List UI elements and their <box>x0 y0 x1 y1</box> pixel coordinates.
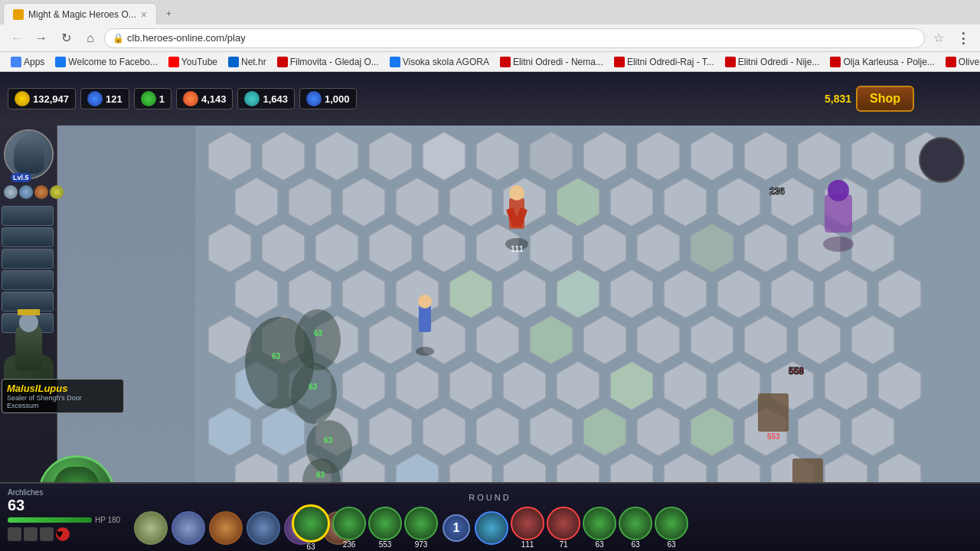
bookmark-olja[interactable]: Olja Karleusa - Polje... <box>825 55 939 69</box>
svg-marker-28 <box>208 223 251 272</box>
svg-marker-48 <box>610 269 653 318</box>
youtube-icon <box>168 57 179 67</box>
home-button[interactable]: ⌂ <box>80 28 101 49</box>
round-unit-8[interactable]: 63 <box>619 507 652 549</box>
round-unit-5[interactable]: 111 <box>511 507 544 549</box>
round-portrait-1[interactable] <box>332 507 366 540</box>
hero-riding-character <box>0 309 57 447</box>
round-unit-9[interactable]: 63 <box>655 507 688 549</box>
round-unit-count-0: 63 <box>306 543 315 551</box>
svg-marker-7 <box>530 132 573 181</box>
resource-1: 1 <box>134 88 172 109</box>
resource3-icon <box>244 91 260 106</box>
round-unit-2[interactable]: 553 <box>368 507 402 549</box>
round-portrait-active[interactable] <box>292 504 330 543</box>
elitni1-label: Elitni Odredi - Nema... <box>513 57 603 67</box>
bookmark-nethr[interactable]: Net.hr <box>224 55 271 69</box>
svg-marker-60 <box>530 315 573 364</box>
elitni2-label: Elitni Odredi-Raj - T... <box>627 57 714 67</box>
bookmark-elitni3[interactable]: Elitni Odredi - Nije... <box>720 55 825 69</box>
svg-marker-80 <box>208 407 251 456</box>
side-btn-3[interactable] <box>2 249 54 269</box>
nethr-icon <box>228 57 239 67</box>
shop-button[interactable]: Shop <box>856 86 914 112</box>
svg-text:63: 63 <box>314 329 323 337</box>
apps-label: Apps <box>24 57 44 67</box>
bookmark-agora[interactable]: Visoka skola AGORA <box>385 55 494 69</box>
shop-gold-value: 5,831 <box>825 93 851 105</box>
svg-point-133 <box>509 185 524 201</box>
hp-bar-fill <box>8 517 92 523</box>
svg-marker-35 <box>583 223 626 272</box>
bookmark-elitni2[interactable]: Elitni Odredi-Raj - T... <box>609 55 719 69</box>
round-unit-6[interactable]: 71 <box>547 507 580 549</box>
svg-marker-79 <box>878 361 921 410</box>
hero-level-badge: Lvl.5 <box>11 173 31 182</box>
hero-portrait[interactable] <box>4 129 54 179</box>
spell-btn-1[interactable] <box>134 511 168 545</box>
item-icon-2[interactable] <box>19 185 33 199</box>
svg-marker-43 <box>342 269 385 318</box>
hero-item-icons <box>4 185 64 199</box>
side-btn-1[interactable] <box>2 206 54 226</box>
bookmark-apps[interactable]: Apps <box>6 55 49 69</box>
round-portrait-9[interactable] <box>655 507 688 540</box>
svg-marker-89 <box>691 407 733 456</box>
side-btn-2[interactable] <box>2 227 54 247</box>
menu-button[interactable]: ⋮ <box>952 28 974 49</box>
round-portrait-2[interactable] <box>368 507 402 540</box>
svg-marker-15 <box>235 178 278 227</box>
spell-btn-3[interactable] <box>209 511 243 545</box>
round-portrait-4[interactable] <box>475 511 508 545</box>
svg-marker-12 <box>798 132 841 181</box>
item-icon-1[interactable] <box>4 185 18 199</box>
heart-icon[interactable]: ♥ <box>56 527 70 541</box>
elitni2-icon <box>614 57 625 67</box>
active-tab[interactable]: Might & Magic Heroes O... × <box>3 3 157 24</box>
round-unit-7[interactable]: 63 <box>583 507 616 549</box>
item-icon-3[interactable] <box>34 185 48 199</box>
round-portrait-6[interactable] <box>547 507 580 540</box>
bookmark-oliver[interactable]: Oliver Dragojevic -... <box>941 55 980 69</box>
round-portrait-3[interactable] <box>404 507 438 540</box>
round-unit-3[interactable]: 973 <box>404 507 438 549</box>
round-unit-1[interactable]: 236 <box>332 507 366 549</box>
svg-point-137 <box>416 347 434 356</box>
refresh-button[interactable]: ↻ <box>55 28 77 49</box>
side-btn-4[interactable] <box>2 270 54 290</box>
address-bar[interactable]: 🔒 clb.heroes-online.com/play <box>104 28 925 48</box>
svg-marker-10 <box>691 132 733 181</box>
svg-marker-3 <box>315 132 358 181</box>
back-button[interactable]: ← <box>6 28 28 49</box>
agora-label: Visoka skola AGORA <box>403 57 489 67</box>
minimap[interactable] <box>919 137 965 183</box>
round-portrait-7[interactable] <box>583 507 616 540</box>
round-portrait-5[interactable] <box>511 507 544 540</box>
bookmark-filmovita[interactable]: Filmovita - Gledaj O... <box>273 55 384 69</box>
defend-icon[interactable] <box>24 527 38 541</box>
resource-3: 1,643 <box>237 88 295 109</box>
shop-gold-display: 5,831 <box>825 93 851 105</box>
round-unit-4[interactable] <box>475 511 508 545</box>
bookmark-button[interactable]: ☆ <box>928 28 949 49</box>
svg-rect-140 <box>758 393 789 432</box>
bookmark-youtube[interactable]: YouTube <box>164 55 222 69</box>
attack-icon[interactable] <box>8 527 21 541</box>
svg-marker-76 <box>717 361 760 410</box>
new-tab-button[interactable]: + <box>157 3 295 24</box>
bookmark-elitni1[interactable]: Elitni Odredi - Nema... <box>495 55 608 69</box>
bookmark-facebook[interactable]: Welcome to Facebo... <box>51 55 162 69</box>
svg-rect-138 <box>419 305 431 332</box>
forward-button[interactable]: → <box>31 28 52 49</box>
round-unit-count-1: 236 <box>343 540 356 549</box>
round-portrait-8[interactable] <box>619 507 652 540</box>
svg-marker-2 <box>262 132 305 181</box>
item-icon-4[interactable] <box>50 185 64 199</box>
tab-close-button[interactable]: × <box>141 8 147 21</box>
svg-marker-37 <box>691 223 733 272</box>
svg-marker-87 <box>583 407 626 456</box>
round-unit-active[interactable]: 63 <box>292 504 330 551</box>
spell-btn-2[interactable] <box>172 511 205 545</box>
wait-icon[interactable] <box>40 527 54 541</box>
svg-marker-24 <box>717 178 760 227</box>
